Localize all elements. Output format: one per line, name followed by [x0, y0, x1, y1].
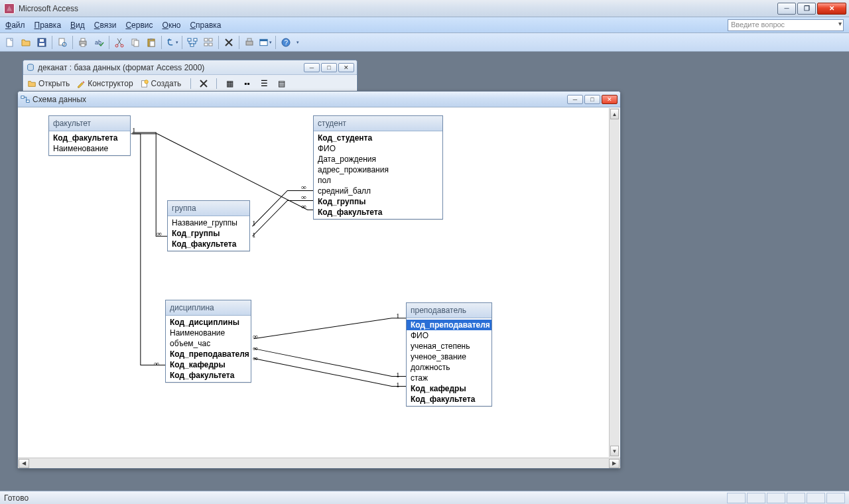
- menu-file[interactable]: Файл: [5, 21, 25, 30]
- entity-field[interactable]: стаж: [407, 373, 491, 383]
- entity-field[interactable]: Код_дисциплины: [166, 317, 251, 328]
- close-button[interactable]: ✕: [817, 3, 846, 15]
- entity-field[interactable]: Название_группы: [168, 218, 249, 228]
- relationships-icon[interactable]: [185, 35, 200, 50]
- new-file-icon[interactable]: [3, 35, 17, 50]
- delete-icon[interactable]: [222, 35, 236, 50]
- print-preview-icon[interactable]: [55, 35, 70, 50]
- open-button[interactable]: Открыть: [27, 79, 70, 88]
- minimize-button[interactable]: ─: [777, 3, 796, 15]
- entity-field[interactable]: средний_балл: [314, 186, 442, 196]
- svg-rect-33: [21, 95, 24, 98]
- toolbar-overflow-icon[interactable]: ▾: [294, 35, 300, 50]
- status-cell: [727, 493, 746, 503]
- entity-field[interactable]: Код_кафедры: [166, 359, 251, 370]
- paste-icon[interactable]: [144, 35, 159, 50]
- entity-field[interactable]: Код_факультета: [49, 133, 130, 143]
- entity-field[interactable]: Код_кафедры: [407, 383, 491, 394]
- rel-one: 1: [252, 219, 256, 227]
- relwin-hscroll[interactable]: ◀ ▶: [18, 458, 620, 468]
- svg-rect-20: [204, 38, 208, 41]
- save-icon[interactable]: [34, 35, 49, 50]
- entity-field[interactable]: Код_группы: [168, 228, 249, 239]
- menu-tools[interactable]: Сервис: [125, 21, 153, 30]
- entity-field[interactable]: должность: [407, 362, 491, 373]
- dbwin-close-button[interactable]: ✕: [338, 63, 354, 72]
- relationships-window[interactable]: Схема данных ─ □ ✕: [17, 91, 621, 469]
- status-cell: [787, 493, 805, 503]
- print-icon[interactable]: [76, 35, 90, 50]
- entity-field[interactable]: Код_группы: [314, 196, 442, 207]
- rel-one: 1: [396, 371, 400, 379]
- entity-title: преподаватель: [407, 303, 491, 318]
- copy-icon[interactable]: [128, 35, 143, 50]
- entity-discipline[interactable]: дисциплина Код_дисциплиныНаименованиеобъ…: [165, 300, 251, 383]
- entity-field[interactable]: ученая_степень: [407, 341, 491, 351]
- entity-field[interactable]: ученое_звание: [407, 351, 491, 362]
- entity-field[interactable]: Наименование: [49, 143, 130, 154]
- entity-field[interactable]: Код_преподавателя: [166, 349, 251, 359]
- cut-icon[interactable]: [112, 35, 127, 50]
- show-table-icon[interactable]: [201, 35, 216, 50]
- large-icons-icon[interactable]: ▦: [222, 76, 237, 91]
- scroll-up-icon[interactable]: ▲: [610, 109, 619, 119]
- help-icon[interactable]: ?: [279, 35, 293, 50]
- app-title: Microsoft Access: [19, 4, 78, 13]
- relationships-canvas[interactable]: 1 ∞ ∞ 1 1 ∞ ∞ ∞ ∞ ∞ ∞ 1 1 1 факультет Ко…: [18, 107, 620, 458]
- scroll-left-icon[interactable]: ◀: [19, 459, 29, 468]
- menu-window[interactable]: Окно: [163, 21, 181, 30]
- dbwin-minimize-button[interactable]: ─: [304, 63, 320, 72]
- entity-field[interactable]: Код_факультета: [314, 207, 442, 218]
- app-titlebar: Microsoft Access ─ ❐ ✕: [0, 0, 849, 17]
- svg-rect-18: [194, 38, 197, 41]
- new-button[interactable]: Создать: [140, 79, 182, 88]
- dbwin-maximize-button[interactable]: □: [321, 63, 337, 72]
- database-window-titlebar[interactable]: деканат : база данных (формат Access 200…: [23, 60, 357, 75]
- relwin-close-button[interactable]: ✕: [602, 95, 618, 104]
- small-icons-icon[interactable]: ▪▪: [239, 76, 254, 91]
- menu-edit[interactable]: Правка: [34, 21, 62, 30]
- entity-student[interactable]: студент Код_студентаФИОДата_рожденияадре…: [313, 115, 443, 220]
- entity-field[interactable]: Код_факультета: [166, 370, 251, 381]
- scroll-down-icon[interactable]: ▼: [610, 446, 619, 456]
- entity-lecturer[interactable]: преподаватель Код_преподавателяФИОученая…: [406, 302, 492, 407]
- details-icon[interactable]: ▤: [274, 76, 289, 91]
- entity-field[interactable]: Наименование: [166, 328, 251, 338]
- relwin-maximize-button[interactable]: □: [584, 95, 600, 104]
- status-bar: Готово: [0, 491, 849, 504]
- window-controls: ─ ❐ ✕: [777, 3, 846, 15]
- scroll-right-icon[interactable]: ▶: [609, 459, 620, 468]
- entity-field[interactable]: Код_преподавателя: [407, 320, 491, 330]
- print-relationships-icon[interactable]: [242, 35, 257, 50]
- entity-field[interactable]: Код_факультета: [407, 394, 491, 405]
- entity-field[interactable]: ФИО: [314, 143, 442, 154]
- entity-field[interactable]: Дата_рождения: [314, 154, 442, 164]
- menu-relations[interactable]: Связи: [94, 21, 117, 30]
- ask-question-box[interactable]: Введите вопрос: [728, 19, 844, 31]
- design-button[interactable]: Конструктор: [76, 79, 133, 88]
- entity-field[interactable]: адрес_проживания: [314, 164, 442, 175]
- entity-field[interactable]: Код_факультета: [168, 239, 249, 249]
- svg-rect-34: [27, 99, 29, 102]
- relwin-vscroll[interactable]: ▲ ▼: [609, 108, 620, 457]
- relationships-titlebar[interactable]: Схема данных ─ □ ✕: [18, 92, 620, 107]
- entity-field[interactable]: объем_час: [166, 338, 251, 349]
- undo-icon[interactable]: ▾: [164, 35, 179, 50]
- relwin-minimize-button[interactable]: ─: [567, 95, 583, 104]
- database-window-icon[interactable]: ▾: [258, 35, 273, 50]
- list-icon[interactable]: ☰: [257, 76, 271, 91]
- rel-one: 1: [132, 126, 136, 134]
- menu-view[interactable]: Вид: [70, 21, 85, 30]
- svg-rect-13: [134, 40, 139, 46]
- entity-faculty[interactable]: факультет Код_факультетаНаименование: [48, 115, 131, 156]
- entity-group[interactable]: группа Название_группыКод_группыКод_факу…: [167, 200, 250, 251]
- maximize-button[interactable]: ❐: [797, 3, 816, 15]
- entity-field[interactable]: Код_студента: [314, 133, 442, 143]
- open-file-icon[interactable]: [19, 35, 33, 50]
- svg-rect-15: [150, 38, 153, 40]
- entity-field[interactable]: пол: [314, 175, 442, 186]
- menu-help[interactable]: Справка: [190, 21, 221, 30]
- delete-object-icon[interactable]: [196, 76, 211, 91]
- entity-field[interactable]: ФИО: [407, 330, 491, 341]
- spell-check-icon[interactable]: ab: [92, 35, 106, 50]
